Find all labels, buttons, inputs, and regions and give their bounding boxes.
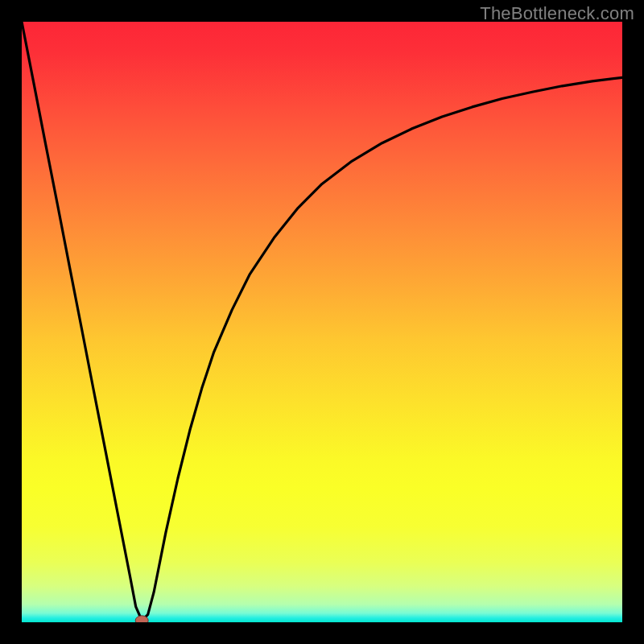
- bottleneck-curve: [22, 22, 622, 621]
- chart-frame: TheBottleneck.com: [0, 0, 644, 644]
- plot-area: [22, 22, 622, 622]
- curve-svg: [22, 22, 622, 622]
- minimum-marker: [135, 616, 148, 622]
